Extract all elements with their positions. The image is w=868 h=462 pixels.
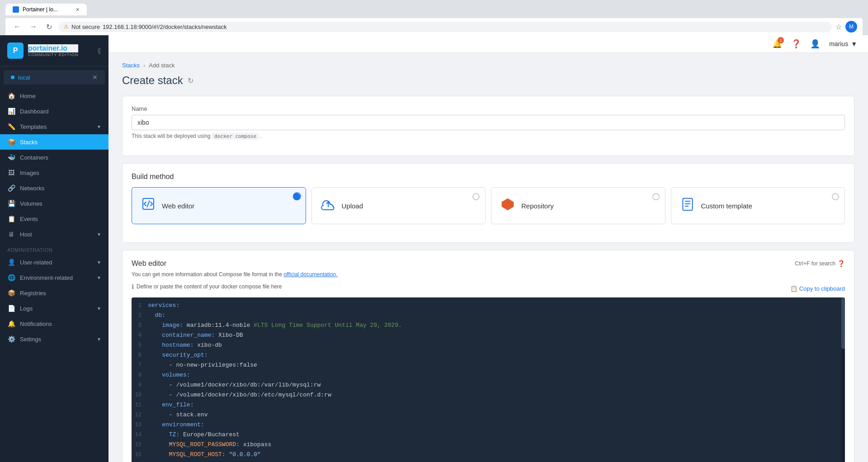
- sidebar-item-volumes[interactable]: 💾 Volumes: [0, 196, 108, 211]
- sidebar-item-logs[interactable]: 📄 Logs ▼: [0, 301, 108, 316]
- back-button[interactable]: ←: [11, 22, 24, 32]
- copy-icon: 📋: [790, 285, 797, 292]
- editor-hint: You can get more information about Compo…: [132, 271, 845, 278]
- code-line-15: 15 MYSQL_ROOT_PASSWORD: xibopass: [132, 440, 845, 450]
- custom-template-radio[interactable]: [832, 193, 839, 200]
- breadcrumb-parent[interactable]: Stacks: [122, 62, 140, 69]
- name-card: Name This stack will be deployed using d…: [122, 96, 854, 156]
- sidebar-item-images[interactable]: 🖼 Images: [0, 165, 108, 180]
- env-close-button[interactable]: ✕: [92, 74, 98, 81]
- sidebar-item-label: Volumes: [20, 200, 42, 207]
- reload-button[interactable]: ↻: [43, 22, 55, 32]
- browser-profile[interactable]: M: [845, 21, 857, 33]
- user-icon: 👤: [810, 39, 820, 49]
- forward-button[interactable]: →: [27, 22, 40, 32]
- upload-radio[interactable]: [472, 193, 480, 200]
- security-icon: ⚠: [64, 24, 69, 30]
- custom-template-label: Custom template: [701, 202, 752, 210]
- code-line-17: 17 restart: on-failure:5: [132, 460, 845, 462]
- code-line-1: 1 services:: [132, 301, 845, 311]
- build-method-upload[interactable]: Upload: [311, 187, 486, 224]
- browser-tabs: Portainer | lo... ✕: [5, 4, 863, 15]
- stacks-icon: 📦: [7, 138, 15, 146]
- code-line-3: 3 image: mariadb:11.4-noble #LTS Long Ti…: [132, 321, 845, 331]
- sidebar-item-label: Environment-related: [20, 274, 73, 281]
- security-label: Not secure: [71, 24, 100, 30]
- sidebar-item-events[interactable]: 📋 Events: [0, 211, 108, 226]
- code-line-11: 11 env_file:: [132, 401, 845, 410]
- help-icon[interactable]: ❓: [791, 39, 801, 49]
- editor-scrollbar-thumb[interactable]: [841, 297, 845, 349]
- sidebar-collapse-button[interactable]: ⟪: [97, 47, 101, 55]
- sidebar-item-host[interactable]: 🖥 Host ▼: [0, 226, 108, 242]
- env-status-dot: [11, 75, 14, 79]
- refresh-icon[interactable]: ↻: [188, 76, 193, 85]
- sidebar-item-stacks[interactable]: 📦 Stacks: [0, 134, 108, 150]
- code-line-14: 14 TZ: Europe/Bucharest: [132, 430, 845, 440]
- repository-radio[interactable]: [652, 193, 660, 200]
- user-icon: 👤: [7, 259, 15, 266]
- build-method-repository[interactable]: Repository: [491, 187, 665, 224]
- build-method-custom-template[interactable]: Custom template: [671, 187, 845, 224]
- sidebar-item-templates[interactable]: ✏️ Templates ▼: [0, 119, 108, 134]
- sidebar-item-label: Logs: [20, 305, 33, 312]
- environment-selector[interactable]: local ✕: [4, 70, 105, 85]
- sidebar-item-environment-related[interactable]: 🌐 Environment-related ▼: [0, 270, 108, 285]
- sidebar-item-user-related[interactable]: 👤 User-related ▼: [0, 255, 108, 270]
- logo-sub: COMMUNITY EDITION: [28, 52, 78, 57]
- sidebar-item-notifications[interactable]: 🔔 Notifications: [0, 316, 108, 331]
- sidebar-item-label: Notifications: [20, 321, 52, 327]
- svg-rect-4: [683, 198, 692, 210]
- editor-scrollbar[interactable]: [841, 297, 845, 462]
- volumes-icon: 💾: [7, 200, 15, 207]
- active-tab[interactable]: Portainer | lo... ✕: [5, 4, 87, 15]
- logo: P portainer.io COMMUNITY EDITION: [7, 42, 78, 59]
- env-name: local: [18, 74, 92, 81]
- code-line-5: 5 hostname: xibo-db: [132, 341, 845, 351]
- breadcrumb: Stacks › Add stack: [122, 62, 854, 69]
- main-content: 🔔 1 ❓ 👤 marius ▼ Stacks › Add stack Crea…: [108, 35, 868, 462]
- user-chevron-icon: ▼: [851, 40, 857, 47]
- logs-icon: 📄: [7, 305, 15, 312]
- tab-close-button[interactable]: ✕: [75, 7, 80, 13]
- sidebar-item-networks[interactable]: 🔗 Networks: [0, 180, 108, 196]
- sidebar-item-settings[interactable]: ⚙️ Settings ▼: [0, 331, 108, 347]
- logo-main: portainer.io: [28, 44, 78, 52]
- code-line-13: 13 environment:: [132, 420, 845, 430]
- upload-icon: [321, 197, 335, 215]
- sidebar-item-label: User-related: [20, 259, 52, 266]
- address-bar[interactable]: ⚠ Not secure 192.168.1.18:9000/#!/2/dock…: [58, 22, 832, 32]
- registries-icon: 📦: [7, 289, 15, 297]
- sidebar-item-registries[interactable]: 📦 Registries: [0, 285, 108, 301]
- sidebar-item-containers[interactable]: 🐳 Containers: [0, 150, 108, 165]
- sidebar-item-label: Registries: [20, 290, 46, 297]
- sidebar-item-label: Host: [20, 231, 32, 238]
- chevron-down-icon: ▼: [97, 232, 101, 237]
- code-line-7: 7 - no-new-privileges:false: [132, 361, 845, 371]
- sidebar-item-label: Containers: [20, 154, 48, 161]
- editor-define-text: ℹ Define or paste the content of your do…: [132, 283, 282, 290]
- bookmark-icon[interactable]: ☆: [835, 23, 842, 31]
- content-area: Stacks › Add stack Create stack ↻ Name: [108, 53, 868, 462]
- code-line-6: 6 security_opt:: [132, 351, 845, 361]
- ctrl-hint: Ctrl+F for search ❓: [795, 260, 845, 267]
- code-editor[interactable]: 1 services: 2 db: 3 image: mariadb:11.4-…: [132, 297, 845, 462]
- build-method-web-editor[interactable]: Web editor: [132, 187, 306, 224]
- notifications-button[interactable]: 🔔 1: [772, 39, 782, 49]
- chevron-down-icon: ▼: [97, 275, 101, 280]
- build-method-body: Build method Web editor: [123, 164, 854, 242]
- info-icon: ℹ: [132, 283, 134, 290]
- settings-icon: ⚙️: [7, 335, 15, 343]
- user-menu[interactable]: marius ▼: [829, 40, 857, 47]
- editor-section-title: Web editor: [132, 259, 166, 268]
- sidebar-item-home[interactable]: 🏠 Home: [0, 88, 108, 104]
- upload-label: Upload: [342, 202, 363, 210]
- sidebar-item-dashboard[interactable]: 📊 Dashboard: [0, 104, 108, 119]
- copy-to-clipboard-button[interactable]: 📋 Copy to clipboard: [790, 285, 845, 292]
- environment-icon: 🌐: [7, 274, 15, 281]
- sidebar: P portainer.io COMMUNITY EDITION ⟪ local…: [0, 35, 108, 462]
- stack-name-input[interactable]: [132, 115, 845, 130]
- official-docs-link[interactable]: official documentation.: [283, 271, 337, 278]
- username: marius: [829, 40, 848, 47]
- logo-text: portainer.io COMMUNITY EDITION: [28, 44, 78, 57]
